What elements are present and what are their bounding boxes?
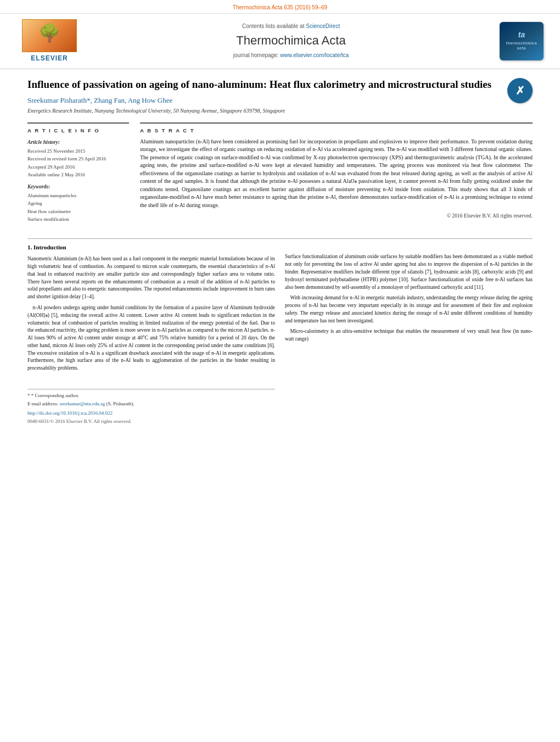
body-col-right: Surface functionalization of aluminum ox… — [285, 243, 533, 425]
elsevier-logo-image: 🌳 — [22, 19, 77, 52]
contents-line: Contents lists available at ScienceDirec… — [93, 23, 489, 30]
right-para-1: Surface functionalization of aluminum ox… — [285, 253, 533, 291]
journal-volume-link[interactable]: Thermochimica Acta 635 (2016) 59–69 — [233, 4, 327, 10]
intro-para-1: Nanometric Aluminium (n-Al) has been use… — [27, 255, 275, 301]
tca-logo-subtext: thermochimicaacta — [506, 41, 537, 52]
abstract-heading: A B S T R A C T — [140, 127, 533, 134]
homepage-text: journal homepage: — [233, 52, 281, 58]
abstract-col: A B S T R A C T Aluminum nanoparticles (… — [140, 122, 533, 223]
article-container: Influence of passivation on ageing of na… — [0, 69, 560, 235]
info-abstract-row: A R T I C L E I N F O Article history: R… — [27, 122, 533, 223]
doi-line[interactable]: http://dx.doi.org/10.1016/j.tca.2016.04.… — [27, 410, 275, 417]
article-info-heading: A R T I C L E I N F O — [27, 127, 129, 134]
right-para-2: With increasing demand for n-Al in energ… — [285, 294, 533, 325]
intro-heading: 1. Introduction — [27, 243, 275, 252]
affiliation-line: Energetics Research Institute, Nanyang T… — [27, 107, 533, 115]
copyright-line: © 2016 Elsevier B.V. All rights reserved… — [140, 213, 533, 220]
footnote-email: E-mail address: sreekumar@ntu.edu.sg (S.… — [27, 400, 275, 408]
received-date-2: Received in revised form 25 April 2016 — [27, 155, 129, 163]
crossmark-badge[interactable]: ✗ — [507, 78, 533, 103]
keyword-4: Surface modification — [27, 215, 129, 223]
article-title: Influence of passivation on ageing of na… — [27, 78, 500, 92]
body-columns: 1. Introduction Nanometric Aluminium (n-… — [0, 243, 560, 425]
intro-title: Introduction — [33, 244, 66, 250]
right-para-3: Micro-calorimetry is an ultra-sensitive … — [285, 328, 533, 343]
keyword-2: Ageing — [27, 199, 129, 207]
journal-name-display: Thermochimica Acta — [93, 32, 489, 49]
issn-line: 0040-6031/© 2016 Elsevier B.V. All right… — [27, 418, 275, 425]
received-date-1: Received 25 November 2015 — [27, 147, 129, 155]
footnote-corresponding: * * Corresponding author. — [27, 392, 275, 399]
sciencedirect-link[interactable]: ScienceDirect — [306, 23, 340, 29]
tca-logo-text: ta — [518, 31, 525, 39]
homepage-link[interactable]: www.elsevier.com/locate/tca — [280, 52, 349, 58]
accepted-date: Accepted 29 April 2016 — [27, 163, 129, 171]
body-col-left: 1. Introduction Nanometric Aluminium (n-… — [27, 243, 275, 425]
footnote-email-address[interactable]: sreekumar@ntu.edu.sg — [59, 401, 105, 406]
authors-text: Sreekumar Pisharath*, Zhang Fan, Ang How… — [27, 96, 172, 104]
intro-number: 1. — [27, 244, 32, 250]
logo-tree-art: 🌳 — [38, 21, 60, 46]
journal-header-band: Thermochimica Acta 635 (2016) 59–69 — [0, 0, 560, 14]
abstract-text: Aluminum nanoparticles (n-Al) have been … — [140, 138, 533, 210]
footnote-star: * — [27, 393, 31, 398]
contents-text: Contents lists available at — [242, 23, 304, 29]
history-label: Article history: — [27, 139, 129, 146]
available-date: Available online 2 May 2016 — [27, 171, 129, 178]
footnote-email-label: E-mail address: — [27, 401, 58, 406]
homepage-line: journal homepage: www.elsevier.com/locat… — [93, 52, 489, 59]
keywords-label: Keywords: — [27, 183, 129, 191]
article-title-row: Influence of passivation on ageing of na… — [27, 78, 533, 92]
authors-line: Sreekumar Pisharath*, Zhang Fan, Ang How… — [27, 96, 533, 105]
affiliation-text: Energetics Research Institute, Nanyang T… — [27, 108, 285, 114]
intro-para-2: n-Al powders undergo ageing under humid … — [27, 304, 275, 372]
elsevier-wordmark: ELSEVIER — [31, 54, 68, 63]
footnote-email-suffix: (S. Pisharath). — [107, 401, 135, 406]
footnote-area: * * Corresponding author. E-mail address… — [27, 389, 275, 425]
journal-center-info: Contents lists available at ScienceDirec… — [82, 23, 500, 59]
elsevier-logo: 🌳 ELSEVIER — [16, 19, 82, 63]
journal-logo-row: 🌳 ELSEVIER Contents lists available at S… — [0, 14, 560, 69]
keyword-1: Aluminum nanoparticles — [27, 192, 129, 199]
section-divider — [27, 238, 533, 239]
keyword-3: Heat flow calorimeter — [27, 208, 129, 215]
footnote-corresponding-label: * Corresponding author. — [31, 393, 79, 398]
article-info-col: A R T I C L E I N F O Article history: R… — [27, 122, 129, 223]
tca-logo: ta thermochimicaacta — [500, 22, 544, 60]
